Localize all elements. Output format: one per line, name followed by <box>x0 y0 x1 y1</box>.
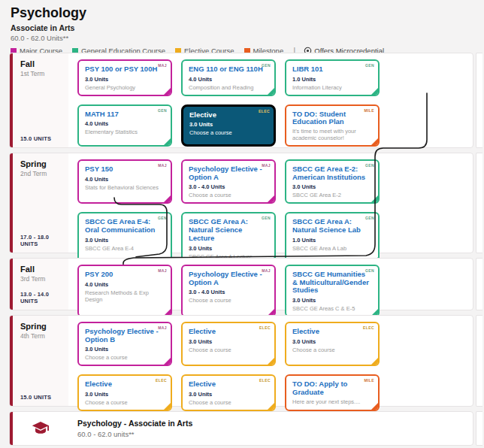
course-card[interactable]: MAJPsychology Elective - Option A3.0 - 4… <box>181 265 276 317</box>
card-subtitle: Choose a course <box>189 297 269 304</box>
card-title: Psychology Elective - Option A <box>189 271 269 286</box>
card-subtitle: Information Literacy <box>292 84 373 91</box>
card-category-badge: ELEC <box>259 325 271 330</box>
card-units: 4.0 Units <box>85 281 165 288</box>
card-category-badge: ELEC <box>259 109 270 114</box>
course-card[interactable]: ELECElective3.0 UnitsChoose a course <box>181 374 276 411</box>
term-label: 1st Term <box>20 70 67 77</box>
corner-fold-icon <box>371 195 379 203</box>
corner-fold-icon <box>267 357 275 365</box>
card-units: 3.0 Units <box>85 76 165 83</box>
card-subtitle: General Psychology <box>85 84 165 91</box>
term-row: Spring2nd Term17.0 - 18.0 UNITSMAJPSY 15… <box>9 153 473 253</box>
card-title: Elective <box>85 380 165 389</box>
card-category-badge: GEN <box>262 216 271 220</box>
card-title: Psychology Elective - Option A <box>189 165 269 181</box>
corner-fold-icon <box>163 195 171 203</box>
term-cards: MAJPSY 1504.0 UnitsStats for Behavioral … <box>68 153 473 253</box>
course-card[interactable]: ELECElective3.0 UnitsChoose a course <box>77 374 172 411</box>
course-card[interactable]: MAJPSY 100 or PSY 100H3.0 UnitsGeneral P… <box>77 59 172 96</box>
course-card[interactable]: ELECElective3.0 UnitsChoose a course <box>181 322 276 366</box>
card-category-badge: GEN <box>262 63 271 68</box>
course-card[interactable]: GENSBCC GE Area E-2: American Institutio… <box>285 159 380 204</box>
card-units: 3.0 Units <box>85 391 165 398</box>
card-subtitle: SBCC GE Area E-2 <box>292 192 373 198</box>
card-units: 3.0 Units <box>85 346 165 353</box>
term-row: Spring4th Term15.0 UNITSMAJPsychology El… <box>9 315 473 407</box>
card-subtitle: It's time to meet with your academic cou… <box>292 128 373 141</box>
term-label: 2nd Term <box>20 170 67 177</box>
card-subtitle: Research Methods & Exp Design <box>85 289 165 303</box>
footer-degree-title: Psychology - Associate in Arts <box>77 419 192 428</box>
card-subtitle: Composition and Reading <box>189 84 269 91</box>
course-card[interactable]: ELECElective3.0 UnitsChoose a course <box>285 322 380 366</box>
card-title: Elective <box>292 328 373 336</box>
course-card[interactable]: GENENG 110 or ENG 110H4.0 UnitsCompositi… <box>181 59 276 96</box>
program-map: Fall1st Term15.0 UNITSMAJPSY 100 or PSY … <box>0 53 484 407</box>
card-category-badge: MILE <box>364 378 374 383</box>
card-subtitle: SBCC GE Area E-4 <box>85 245 165 252</box>
card-title: MATH 117 <box>85 110 165 119</box>
corner-fold-icon <box>267 87 275 95</box>
card-category-badge: GEN <box>365 163 374 168</box>
card-title: Elective <box>189 111 268 120</box>
term-units-total: 17.0 - 18.0 UNITS <box>20 234 67 247</box>
card-category-badge: GEN <box>365 216 374 220</box>
card-title: SBCC GE Area A: Natural Science Lecture <box>189 218 269 242</box>
term-label: 4th Term <box>20 332 67 340</box>
course-card[interactable]: ELECElective3.0 UnitsChoose a course <box>181 104 276 147</box>
course-card[interactable]: GENMATH 1174.0 UnitsElementary Statistic… <box>77 104 172 147</box>
card-subtitle: Here are your next steps.... <box>292 398 373 405</box>
term-season: Fall <box>20 59 67 68</box>
card-units: 3.0 Units <box>189 245 269 252</box>
card-subtitle: Choose a course <box>189 192 269 198</box>
card-subtitle: Elementary Statistics <box>85 129 165 135</box>
term-info: Spring2nd Term17.0 - 18.0 UNITS <box>13 153 68 253</box>
card-category-badge: MAJ <box>158 163 167 168</box>
card-category-badge: MILE <box>364 108 374 113</box>
card-subtitle: SBCC GE Area A Lab <box>292 245 373 252</box>
footer-degree-units: 60.0 - 62.0 units** <box>77 430 192 438</box>
degree-units: 60.0 - 62.0 Units** <box>11 34 484 42</box>
course-card[interactable]: MAJPsychology Elective - Option B3.0 Uni… <box>77 322 172 366</box>
term-season: Spring <box>20 159 67 168</box>
corner-fold-icon <box>163 357 171 365</box>
card-category-badge: MAJ <box>158 325 167 330</box>
course-card[interactable]: MAJPsychology Elective - Option A3.0 - 4… <box>181 159 276 204</box>
degree-subtitle: Associate in Arts <box>11 23 484 32</box>
term-cards: MAJPSY 100 or PSY 100H3.0 UnitsGeneral P… <box>68 53 473 147</box>
card-subtitle: Stats for Behavioral Sciences <box>85 184 165 191</box>
card-title: PSY 150 <box>85 165 165 174</box>
card-title: Psychology Elective - Option B <box>85 328 165 344</box>
course-card[interactable]: GENLIBR 1011.0 UnitsInformation Literacy <box>285 59 380 96</box>
card-title: SBCC GE Area E-2: American Institutions <box>292 165 373 181</box>
term-units-total: 15.0 UNITS <box>20 135 67 142</box>
card-category-badge: GEN <box>365 63 374 68</box>
course-card[interactable]: MAJPSY 2004.0 UnitsResearch Methods & Ex… <box>77 265 172 317</box>
course-card[interactable]: MAJPSY 1504.0 UnitsStats for Behavioral … <box>77 159 172 204</box>
page-header: Psychology Associate in Arts 60.0 - 62.0… <box>0 0 484 53</box>
card-units: 3.0 Units <box>189 121 268 128</box>
card-units: 3.0 Units <box>292 183 373 190</box>
card-category-badge: ELEC <box>156 378 167 383</box>
course-card[interactable]: GENSBCC GE Humanities & Multicultural/Ge… <box>285 265 380 317</box>
corner-fold-icon <box>371 138 379 146</box>
term-season: Spring <box>20 322 67 331</box>
card-units: 4.0 Units <box>85 176 165 183</box>
corner-fold-icon <box>163 402 171 410</box>
card-title: Elective <box>189 328 269 336</box>
card-category-badge: MAJ <box>262 268 271 273</box>
milestone-card[interactable]: MILETO DO: Apply to GraduateHere are you… <box>285 374 380 411</box>
term-info: Spring4th Term15.0 UNITS <box>13 316 68 406</box>
degree-summary-row: Psychology - Associate in Arts 60.0 - 62… <box>9 411 473 446</box>
card-units: 4.0 Units <box>85 120 165 127</box>
footer-text-col: Psychology - Associate in Arts 60.0 - 62… <box>68 412 192 445</box>
card-subtitle: Choose a course <box>85 399 165 406</box>
card-title: Elective <box>189 380 269 389</box>
card-title: SBCC GE Humanities & Multicultural/Gende… <box>292 271 373 295</box>
card-subtitle: Choose a course <box>189 347 269 353</box>
milestone-card[interactable]: MILETO DO: Student Education PlanIt's ti… <box>285 104 380 147</box>
card-category-badge: MAJ <box>262 163 271 168</box>
term-label: 3rd Term <box>20 275 67 283</box>
card-subtitle: Choose a course <box>292 347 373 353</box>
